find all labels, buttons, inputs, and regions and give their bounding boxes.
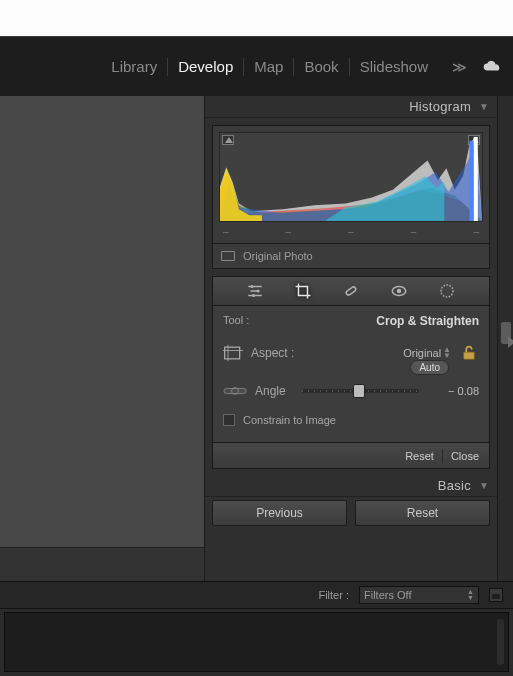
slider-thumb[interactable] [353,384,365,398]
aspect-label: Aspect : [251,346,294,360]
left-column [0,96,205,581]
aspect-lock-icon[interactable] [459,344,479,362]
previous-reset-row: Previous Reset [212,500,490,526]
histogram-region-labels: – – – – – [219,222,483,243]
basic-title: Basic [438,478,471,493]
right-column: Histogram ▼ [205,96,513,581]
module-map[interactable]: Map [244,58,294,76]
tick: – [411,226,417,237]
auto-button[interactable]: Auto [410,360,449,375]
redeye-tool-icon[interactable] [388,280,410,302]
photo-meta-row: Original Photo [212,244,490,269]
main-area: Histogram ▼ [0,96,513,581]
preview-canvas[interactable] [0,96,205,547]
aspect-icon[interactable] [223,344,243,362]
angle-value[interactable]: − 0.08 [435,385,479,397]
svg-rect-5 [345,286,356,296]
tick: – [348,226,354,237]
svg-point-4 [252,294,255,297]
divider [442,449,443,463]
filter-toggle-switch[interactable] [489,588,503,602]
filter-bar: Filter : Filters Off ▲▼ [0,581,513,609]
angle-label: Angle [255,384,286,398]
angle-slider[interactable] [302,389,419,393]
filter-preset-dropdown[interactable]: Filters Off ▲▼ [359,586,479,604]
module-slideshow[interactable]: Slideshow [350,58,438,76]
svg-rect-10 [464,352,475,359]
tool-name: Crop & Straighten [376,314,479,328]
module-library[interactable]: Library [101,58,168,76]
collapse-icon: ▼ [479,480,489,491]
mask-tool-icon[interactable] [436,280,458,302]
tool-close-button[interactable]: Close [451,450,479,462]
svg-rect-0 [474,137,478,221]
aspect-value-dropdown[interactable]: Original ▲▼ [403,347,451,359]
svg-point-7 [397,289,402,294]
chevron-updown-icon: ▲▼ [443,347,451,359]
module-list: Library Develop Map Book Slideshow [101,58,438,76]
svg-point-2 [251,285,254,288]
reset-button[interactable]: Reset [355,500,490,526]
histogram-title: Histogram [409,99,471,114]
heal-tool-icon[interactable] [340,280,362,302]
svg-rect-11 [224,388,246,393]
svg-rect-1 [469,141,473,221]
filmstrip[interactable] [4,612,509,672]
svg-point-3 [257,290,260,293]
module-overflow-icon[interactable]: ≫ [448,59,471,75]
tool-strip [212,276,490,306]
constrain-label: Constrain to Image [243,414,336,426]
tick: – [286,226,292,237]
previous-button[interactable]: Previous [212,500,347,526]
svg-rect-9 [225,347,240,359]
histogram-panel-header[interactable]: Histogram ▼ [205,96,497,118]
tool-label: Tool : [223,314,249,328]
constrain-checkbox[interactable] [223,414,235,426]
module-develop[interactable]: Develop [168,58,244,76]
crop-tool-icon[interactable] [292,280,314,302]
original-photo-label: Original Photo [243,250,313,262]
toolbar-strip-left [0,547,205,581]
collapse-icon: ▼ [479,101,489,112]
basic-panel-header[interactable]: Basic ▼ [205,475,497,497]
filter-label: Filter : [318,589,349,601]
svg-point-8 [441,285,453,297]
right-panels: Histogram ▼ [205,96,497,581]
tool-reset-button[interactable]: Reset [405,450,434,462]
constrain-row[interactable]: Constrain to Image [223,414,479,426]
crop-tool-panel: Tool : Crop & Straighten Aspect : Origin… [212,306,490,443]
level-icon[interactable] [223,384,247,398]
aspect-value-text: Original [403,347,441,359]
histogram-svg [220,133,482,221]
edit-tool-icon[interactable] [244,280,266,302]
histogram-panel: – – – – – [212,125,490,244]
tick: – [473,226,479,237]
filter-value: Filters Off [364,589,411,601]
angle-row: Auto Angle − 0.08 [223,378,479,404]
module-picker-bar: Library Develop Map Book Slideshow ≫ [0,36,513,96]
window-top-strip [0,0,513,36]
histogram-graph[interactable] [219,132,483,222]
original-photo-icon [221,251,235,261]
filmstrip-scrollbar[interactable] [497,619,504,665]
module-book[interactable]: Book [294,58,349,76]
chevron-updown-icon: ▲▼ [467,589,474,601]
tool-footer: Reset Close [212,443,490,469]
tick: – [223,226,229,237]
panel-scrollbar[interactable] [497,96,513,581]
cloud-sync-icon[interactable] [481,60,503,74]
panel-expand-arrow-icon[interactable] [508,336,513,348]
